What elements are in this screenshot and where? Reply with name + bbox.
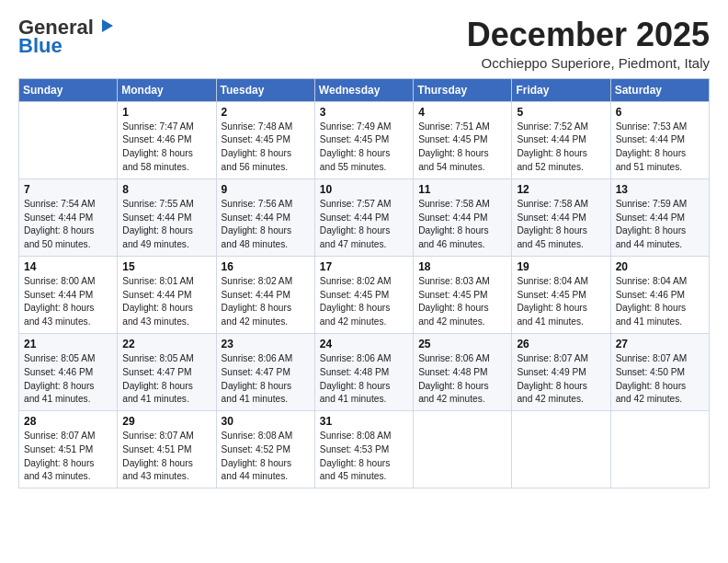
day-info: Sunrise: 7:59 AMSunset: 4:44 PMDaylight:…: [616, 198, 704, 252]
calendar-cell: 19Sunrise: 8:04 AMSunset: 4:45 PMDayligh…: [512, 256, 610, 333]
day-info: Sunrise: 7:58 AMSunset: 4:44 PMDaylight:…: [517, 198, 605, 252]
day-number: 28: [24, 415, 112, 428]
day-number: 23: [222, 338, 310, 350]
day-info: Sunrise: 8:04 AMSunset: 4:45 PMDaylight:…: [517, 275, 605, 329]
title-block: December 2025 Occhieppo Superiore, Piedm…: [467, 17, 710, 71]
calendar-cell: 13Sunrise: 7:59 AMSunset: 4:44 PMDayligh…: [610, 178, 709, 256]
calendar-cell: 16Sunrise: 8:02 AMSunset: 4:44 PMDayligh…: [216, 256, 314, 333]
day-number: 30: [222, 415, 310, 428]
day-info: Sunrise: 7:52 AMSunset: 4:44 PMDaylight:…: [517, 121, 605, 175]
day-info: Sunrise: 8:08 AMSunset: 4:52 PMDaylight:…: [222, 430, 310, 484]
calendar-day-header: Friday: [512, 78, 610, 101]
day-number: 13: [616, 183, 704, 196]
day-number: 5: [517, 106, 605, 119]
day-number: 26: [517, 338, 605, 350]
day-number: 29: [122, 415, 210, 428]
day-info: Sunrise: 8:06 AMSunset: 4:48 PMDaylight:…: [320, 352, 408, 407]
day-number: 21: [24, 338, 112, 350]
day-number: 3: [320, 106, 408, 119]
calendar-cell: 11Sunrise: 7:58 AMSunset: 4:44 PMDayligh…: [414, 178, 512, 256]
day-info: Sunrise: 8:06 AMSunset: 4:48 PMDaylight:…: [418, 352, 506, 407]
day-info: Sunrise: 8:05 AMSunset: 4:46 PMDaylight:…: [24, 352, 112, 407]
day-info: Sunrise: 8:06 AMSunset: 4:47 PMDaylight:…: [222, 352, 310, 407]
day-number: 31: [320, 415, 408, 428]
calendar-cell: 5Sunrise: 7:52 AMSunset: 4:44 PMDaylight…: [512, 101, 610, 178]
calendar-day-header: Thursday: [414, 78, 512, 101]
calendar-day-header: Saturday: [610, 78, 709, 101]
calendar-cell: 2Sunrise: 7:48 AMSunset: 4:45 PMDaylight…: [216, 101, 314, 178]
day-info: Sunrise: 7:47 AMSunset: 4:46 PMDaylight:…: [122, 121, 210, 175]
day-info: Sunrise: 7:56 AMSunset: 4:44 PMDaylight:…: [222, 198, 310, 252]
day-number: 17: [320, 260, 408, 273]
calendar-cell: 14Sunrise: 8:00 AMSunset: 4:44 PMDayligh…: [19, 256, 118, 333]
calendar-cell: 31Sunrise: 8:08 AMSunset: 4:53 PMDayligh…: [314, 411, 413, 488]
calendar-table: SundayMondayTuesdayWednesdayThursdayFrid…: [18, 78, 710, 489]
day-number: 24: [320, 338, 408, 350]
calendar-cell: 20Sunrise: 8:04 AMSunset: 4:46 PMDayligh…: [610, 256, 709, 333]
calendar-week-row: 7Sunrise: 7:54 AMSunset: 4:44 PMDaylight…: [19, 178, 710, 256]
month-title: December 2025: [467, 17, 710, 53]
day-number: 7: [24, 183, 112, 196]
day-info: Sunrise: 7:48 AMSunset: 4:45 PMDaylight:…: [222, 121, 310, 175]
calendar-cell: 7Sunrise: 7:54 AMSunset: 4:44 PMDaylight…: [19, 178, 118, 256]
day-number: 20: [616, 260, 704, 273]
calendar-cell: 10Sunrise: 7:57 AMSunset: 4:44 PMDayligh…: [314, 178, 413, 256]
calendar-cell: [414, 411, 512, 488]
day-info: Sunrise: 7:49 AMSunset: 4:45 PMDaylight:…: [320, 121, 408, 175]
location: Occhieppo Superiore, Piedmont, Italy: [467, 55, 710, 71]
day-info: Sunrise: 7:54 AMSunset: 4:44 PMDaylight:…: [24, 198, 112, 252]
day-number: 25: [418, 338, 506, 350]
day-number: 18: [418, 260, 506, 273]
day-info: Sunrise: 8:03 AMSunset: 4:45 PMDaylight:…: [418, 275, 506, 329]
day-info: Sunrise: 7:51 AMSunset: 4:45 PMDaylight:…: [418, 121, 506, 175]
calendar-cell: 18Sunrise: 8:03 AMSunset: 4:45 PMDayligh…: [414, 256, 512, 333]
calendar-day-header: Tuesday: [216, 78, 314, 101]
day-info: Sunrise: 8:07 AMSunset: 4:51 PMDaylight:…: [122, 430, 210, 484]
calendar-cell: 3Sunrise: 7:49 AMSunset: 4:45 PMDaylight…: [314, 101, 413, 178]
day-number: 4: [418, 106, 506, 119]
calendar-cell: 22Sunrise: 8:05 AMSunset: 4:47 PMDayligh…: [118, 333, 216, 410]
day-info: Sunrise: 7:55 AMSunset: 4:44 PMDaylight:…: [122, 198, 210, 252]
calendar-cell: 26Sunrise: 8:07 AMSunset: 4:49 PMDayligh…: [512, 333, 610, 410]
calendar-day-header: Sunday: [19, 78, 118, 101]
day-number: 6: [616, 106, 704, 119]
day-number: 12: [517, 183, 605, 196]
day-number: 19: [517, 260, 605, 273]
calendar-cell: 1Sunrise: 7:47 AMSunset: 4:46 PMDaylight…: [118, 101, 216, 178]
calendar-cell: 24Sunrise: 8:06 AMSunset: 4:48 PMDayligh…: [314, 333, 413, 410]
day-info: Sunrise: 8:04 AMSunset: 4:46 PMDaylight:…: [616, 275, 704, 329]
day-number: 2: [222, 106, 310, 119]
logo-blue: Blue: [18, 35, 63, 57]
calendar-week-row: 14Sunrise: 8:00 AMSunset: 4:44 PMDayligh…: [19, 256, 710, 333]
day-number: 14: [24, 260, 112, 273]
logo-icon: [95, 16, 115, 36]
calendar-cell: [610, 411, 709, 488]
day-info: Sunrise: 8:07 AMSunset: 4:49 PMDaylight:…: [517, 352, 605, 407]
calendar-header-row: SundayMondayTuesdayWednesdayThursdayFrid…: [19, 78, 710, 101]
day-info: Sunrise: 8:02 AMSunset: 4:44 PMDaylight:…: [222, 275, 310, 329]
calendar-week-row: 28Sunrise: 8:07 AMSunset: 4:51 PMDayligh…: [19, 411, 710, 488]
day-info: Sunrise: 7:53 AMSunset: 4:44 PMDaylight:…: [616, 121, 704, 175]
day-info: Sunrise: 8:07 AMSunset: 4:50 PMDaylight:…: [616, 352, 704, 407]
logo: General Blue: [18, 17, 115, 57]
day-info: Sunrise: 8:08 AMSunset: 4:53 PMDaylight:…: [320, 430, 408, 484]
calendar-cell: 23Sunrise: 8:06 AMSunset: 4:47 PMDayligh…: [216, 333, 314, 410]
day-info: Sunrise: 8:00 AMSunset: 4:44 PMDaylight:…: [24, 275, 112, 329]
day-number: 8: [122, 183, 210, 196]
day-number: 16: [222, 260, 310, 273]
calendar-cell: 28Sunrise: 8:07 AMSunset: 4:51 PMDayligh…: [19, 411, 118, 488]
page: General Blue December 2025 Occhieppo Sup…: [0, 0, 728, 563]
day-number: 11: [418, 183, 506, 196]
day-number: 27: [616, 338, 704, 350]
calendar-cell: 25Sunrise: 8:06 AMSunset: 4:48 PMDayligh…: [414, 333, 512, 410]
day-number: 15: [122, 260, 210, 273]
calendar-cell: 8Sunrise: 7:55 AMSunset: 4:44 PMDaylight…: [118, 178, 216, 256]
day-number: 22: [122, 338, 210, 350]
calendar-cell: 9Sunrise: 7:56 AMSunset: 4:44 PMDaylight…: [216, 178, 314, 256]
day-number: 1: [122, 106, 210, 119]
calendar-day-header: Wednesday: [314, 78, 413, 101]
day-number: 10: [320, 183, 408, 196]
calendar-cell: [512, 411, 610, 488]
calendar-cell: 29Sunrise: 8:07 AMSunset: 4:51 PMDayligh…: [118, 411, 216, 488]
day-info: Sunrise: 7:57 AMSunset: 4:44 PMDaylight:…: [320, 198, 408, 252]
